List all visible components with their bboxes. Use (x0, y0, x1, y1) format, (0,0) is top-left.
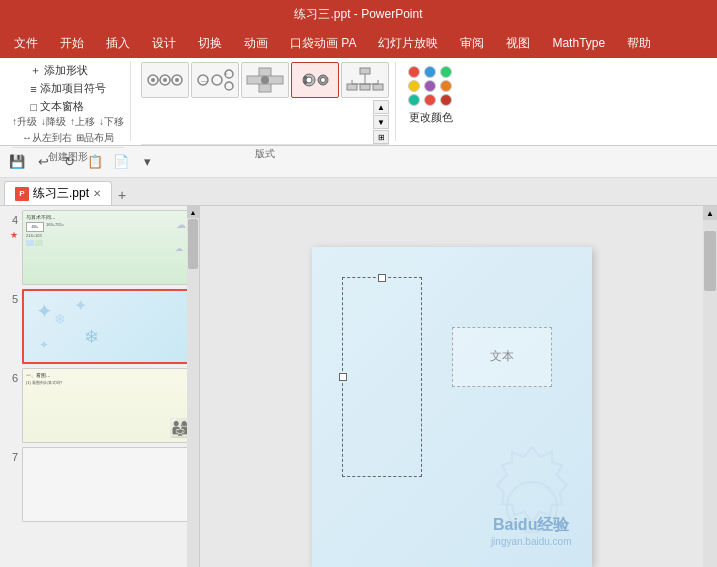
ltr-btn[interactable]: ↔从左到右 (22, 131, 72, 145)
color-dot-red (408, 66, 420, 78)
add-bullet-btn[interactable]: ≡ 添加项目符号 (28, 80, 107, 97)
color-dot-yellow (408, 80, 420, 92)
slide-thumb-7[interactable] (22, 447, 195, 522)
new-file-btn[interactable]: 📄 (110, 151, 132, 173)
tab-ppt-icon: P (15, 187, 29, 201)
demote-btn[interactable]: ↓降级 (41, 115, 66, 129)
svg-point-20 (321, 78, 326, 83)
up-btn[interactable]: ↑上移 (70, 115, 95, 129)
svg-point-18 (306, 77, 312, 83)
add-shape-icon: ＋ (30, 63, 41, 78)
slide-number-4: 4 (4, 210, 18, 226)
watermark-top: Baidu经验 (491, 515, 572, 536)
slide-thumb-4[interactable]: 与算术不同... 486+ 169+705= 214=103 ☁ ☁ (22, 210, 195, 285)
slide-list: 4 ★ 与算术不同... 486+ 169+705= 214=103 (0, 206, 199, 567)
menu-transition[interactable]: 切换 (188, 31, 232, 56)
svg-point-5 (175, 78, 179, 82)
svg-point-13 (225, 82, 233, 90)
scroll-up-btn[interactable]: ▲ (373, 100, 389, 114)
slide-thumb-5[interactable]: ✦ ❄ ✦ ❄ ✦ (22, 289, 195, 364)
scroll-arrows: ▲ ▼ ⊞ (141, 100, 389, 144)
clipboard-btn[interactable]: 📋 (84, 151, 106, 173)
text-selection-box[interactable] (342, 277, 422, 477)
scroll-down-btn[interactable]: ▼ (373, 115, 389, 129)
svg-point-16 (261, 76, 269, 84)
color-dot-green (440, 66, 452, 78)
menu-review[interactable]: 审阅 (450, 31, 494, 56)
add-bullet-icon: ≡ (30, 83, 36, 95)
canvas-scroll-up[interactable]: ▲ (703, 206, 717, 220)
create-shape-buttons: ＋ 添加形状 ≡ 添加项目符号 □ 文本窗格 (28, 62, 107, 115)
shape-btn-gear[interactable] (291, 62, 339, 98)
ribbon-group-styles: — = (135, 62, 396, 141)
selection-handle-left[interactable] (339, 373, 347, 381)
menu-bar: 文件 开始 插入 设计 切换 动画 口袋动画 PA 幻灯片放映 审阅 视图 Ma… (0, 28, 717, 58)
title-text: 练习三.ppt - PowerPoint (294, 6, 422, 23)
menu-file[interactable]: 文件 (4, 31, 48, 56)
svg-rect-26 (373, 84, 383, 90)
slide-canvas[interactable]: 文本 Baidu经验 jingyan.baidu.com (312, 247, 592, 567)
canvas-scrollbar[interactable]: ▲ ▼ (703, 206, 717, 567)
color-dot-teal (408, 94, 420, 106)
shape-btn-cross[interactable] (241, 62, 289, 98)
slide-thumb-6[interactable]: 一、看图... (1) 看图列出算式吗? 👨‍👩‍👧 (22, 368, 195, 443)
slide-number-7: 7 (4, 447, 18, 463)
svg-text:—: — (201, 77, 208, 84)
scroll-expand-btn[interactable]: ⊞ (373, 130, 389, 144)
slide-item-5: 5 ✦ ❄ ✦ ❄ ✦ (4, 289, 195, 364)
svg-point-3 (151, 78, 155, 82)
shape-btn-equation[interactable]: — = (191, 62, 239, 98)
title-bar: 练习三.ppt - PowerPoint (0, 0, 717, 28)
ribbon: ＋ 添加形状 ≡ 添加项目符号 □ 文本窗格 ↑升级 ↓降级 ↑上移 ↓下移 ↔… (0, 58, 717, 146)
menu-animation[interactable]: 动画 (234, 31, 278, 56)
tab-filename: 练习三.ppt (33, 185, 89, 202)
menu-home[interactable]: 开始 (50, 31, 94, 56)
save-btn[interactable]: 💾 (6, 151, 28, 173)
change-color-label[interactable]: 更改颜色 (409, 110, 453, 125)
down-btn[interactable]: ↓下移 (99, 115, 124, 129)
more-btn[interactable]: ▾ (136, 151, 158, 173)
selection-handle-top[interactable] (378, 274, 386, 282)
add-shape-btn[interactable]: ＋ 添加形状 (28, 62, 107, 79)
tab-close-btn[interactable]: ✕ (93, 188, 101, 199)
slide-scroll-thumb (188, 219, 198, 269)
menu-insert[interactable]: 插入 (96, 31, 140, 56)
text-pane-icon: □ (30, 101, 37, 113)
main-area: 4 ★ 与算术不同... 486+ 169+705= 214=103 (0, 206, 717, 567)
slide-item-4: 4 ★ 与算术不同... 486+ 169+705= 214=103 (4, 210, 195, 285)
color-dot-red2 (424, 94, 436, 106)
slide-scroll-up[interactable]: ▲ (187, 206, 199, 218)
promote-btn[interactable]: ↑升级 (12, 115, 37, 129)
tab-bar: P 练习三.ppt ✕ + (0, 178, 717, 206)
menu-mathtype[interactable]: MathType (542, 32, 615, 54)
svg-rect-23 (360, 68, 370, 74)
menu-design[interactable]: 设计 (142, 31, 186, 56)
svg-point-4 (163, 78, 167, 82)
shape-btn-hierarchy[interactable] (341, 62, 389, 98)
canvas-scroll-thumb (704, 231, 716, 291)
slide-panel-scrollbar[interactable]: ▲ ▼ (187, 206, 199, 567)
menu-help[interactable]: 帮助 (617, 31, 661, 56)
color-dot-purple (424, 80, 436, 92)
color-dot-blue (424, 66, 436, 78)
direction-buttons: ↑升级 ↓降级 ↑上移 ↓下移 (12, 115, 124, 129)
tab-file[interactable]: P 练习三.ppt ✕ (4, 181, 112, 205)
layout-btn[interactable]: ⊞品布局 (76, 131, 114, 145)
styles-label: 版式 (141, 144, 389, 163)
menu-slideshow[interactable]: 幻灯片放映 (368, 31, 448, 56)
menu-view[interactable]: 视图 (496, 31, 540, 56)
watermark-bottom: jingyan.baidu.com (491, 536, 572, 547)
tab-add-btn[interactable]: + (112, 185, 132, 205)
canvas-scroll-track (703, 220, 717, 567)
slide-item-7: 7 (4, 447, 195, 522)
redo-btn[interactable]: ↻ (58, 151, 80, 173)
slide-number-6: 6 (4, 368, 18, 384)
watermark: Baidu经验 jingyan.baidu.com (491, 515, 572, 547)
text-placeholder[interactable]: 文本 (452, 327, 552, 387)
text-pane-btn[interactable]: □ 文本窗格 (28, 98, 107, 115)
slide-item-6: 6 一、看图... (1) 看图列出算式吗? 👨‍👩‍👧 (4, 368, 195, 443)
undo-btn[interactable]: ↩ (32, 151, 54, 173)
slide-number-5: 5 (4, 289, 18, 305)
shape-btn-circle-flow[interactable] (141, 62, 189, 98)
menu-pocket[interactable]: 口袋动画 PA (280, 31, 366, 56)
